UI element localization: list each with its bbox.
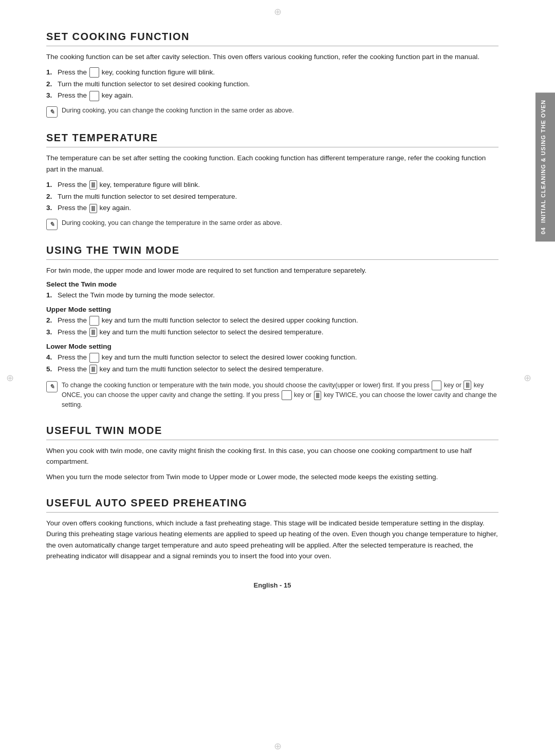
twin-note-text: To change the cooking function or temper… bbox=[62, 381, 498, 410]
key-icon-note1 bbox=[432, 381, 441, 390]
useful-twin-para1: When you cook with twin mode, one cavity… bbox=[46, 445, 498, 467]
page-container: ⊕ ⊕ ⊕ 04 INITIAL CLEANING & USING THE OV… bbox=[0, 0, 555, 756]
temperature-step-3: 3. Press the ||| key again. bbox=[46, 202, 498, 214]
section-title-auto-speed: USEFUL AUTO SPEED PREHEATING bbox=[46, 497, 498, 513]
reg-mark-top: ⊕ bbox=[274, 6, 282, 17]
upper-mode-steps: 2. Press the key and turn the multi func… bbox=[46, 315, 498, 338]
side-tab: 04 INITIAL CLEANING & USING THE OVEN bbox=[535, 92, 555, 241]
section-twin-mode: USING THE TWIN MODE For twin mode, the u… bbox=[46, 244, 498, 410]
lower-mode-steps: 4. Press the key and turn the multi func… bbox=[46, 352, 498, 375]
section-set-cooking-function: SET COOKING FUNCTION The cooking functio… bbox=[46, 31, 498, 118]
key-icon-temp1: ||| bbox=[89, 180, 97, 190]
twin-intro: For twin mode, the upper mode and lower … bbox=[46, 265, 498, 276]
useful-twin-para2: When you turn the mode selector from Twi… bbox=[46, 471, 498, 483]
key-icon-upper1 bbox=[89, 316, 99, 326]
temperature-step-1: 1. Press the ||| key, temperature figure… bbox=[46, 179, 498, 191]
key-icon-lower2: ||| bbox=[89, 365, 97, 374]
select-twin-step-1: 1. Select the Twin mode by turning the m… bbox=[46, 290, 498, 301]
temperature-note-text: During cooking, you can change the tempe… bbox=[62, 218, 282, 228]
key-icon-square2 bbox=[89, 91, 99, 101]
side-tab-label: 04 INITIAL CLEANING & USING THE OVEN bbox=[535, 92, 555, 241]
sub-heading-upper-mode: Upper Mode setting bbox=[46, 306, 498, 313]
lower-mode-step-5: 5. Press the ||| key and turn the multi … bbox=[46, 364, 498, 375]
cooking-note-text: During cooking, you can change the cooki… bbox=[62, 106, 294, 116]
key-icon-lower1 bbox=[89, 353, 99, 363]
cooking-step-2: 2. Turn the multi function selector to s… bbox=[46, 79, 498, 90]
reg-mark-left: ⊕ bbox=[6, 372, 14, 384]
main-content: SET COOKING FUNCTION The cooking functio… bbox=[0, 0, 534, 756]
note-icon-twin: ✎ bbox=[46, 381, 58, 392]
key-icon-note4: ||| bbox=[314, 391, 322, 400]
temperature-step-2: 2. Turn the multi function selector to s… bbox=[46, 191, 498, 203]
note-icon-cooking: ✎ bbox=[46, 106, 58, 118]
lower-mode-step-4: 4. Press the key and turn the multi func… bbox=[46, 352, 498, 364]
sub-heading-select-twin: Select the Twin mode bbox=[46, 280, 498, 288]
page-footer: English - 15 bbox=[46, 576, 498, 599]
sub-heading-lower-mode: Lower Mode setting bbox=[46, 343, 498, 350]
cooking-note: ✎ During cooking, you can change the coo… bbox=[46, 106, 498, 118]
cooking-steps: 1. Press the key, cooking function figur… bbox=[46, 67, 498, 102]
temperature-intro: The temperature can be set after setting… bbox=[46, 153, 498, 175]
section-auto-speed: USEFUL AUTO SPEED PREHEATING Your oven o… bbox=[46, 497, 498, 562]
upper-mode-step-3: 3. Press the ||| key and turn the multi … bbox=[46, 327, 498, 338]
key-icon-square bbox=[89, 67, 99, 77]
cooking-step-3: 3. Press the key again. bbox=[46, 90, 498, 102]
section-set-temperature: SET TEMPERATURE The temperature can be s… bbox=[46, 132, 498, 230]
key-icon-temp2: ||| bbox=[89, 204, 97, 213]
reg-mark-right: ⊕ bbox=[524, 372, 531, 384]
temperature-note: ✎ During cooking, you can change the tem… bbox=[46, 218, 498, 230]
page-number: English - 15 bbox=[254, 581, 291, 589]
section-title-temperature: SET TEMPERATURE bbox=[46, 132, 498, 147]
section-title-twin: USING THE TWIN MODE bbox=[46, 244, 498, 260]
section-title-useful-twin: USEFUL TWIN MODE bbox=[46, 425, 498, 440]
key-icon-note3 bbox=[282, 390, 291, 400]
cooking-step-1: 1. Press the key, cooking function figur… bbox=[46, 67, 498, 79]
upper-mode-step-2: 2. Press the key and turn the multi func… bbox=[46, 315, 498, 327]
section-title-cooking: SET COOKING FUNCTION bbox=[46, 31, 498, 46]
auto-speed-para: Your oven offers cooking functions, whic… bbox=[46, 518, 498, 562]
key-icon-note2: ||| bbox=[464, 381, 471, 390]
cooking-intro: The cooking function can be set after ca… bbox=[46, 51, 498, 63]
temperature-steps: 1. Press the ||| key, temperature figure… bbox=[46, 179, 498, 215]
key-icon-upper2: ||| bbox=[89, 328, 97, 337]
note-icon-temperature: ✎ bbox=[46, 219, 58, 230]
select-twin-steps: 1. Select the Twin mode by turning the m… bbox=[46, 290, 498, 301]
section-useful-twin: USEFUL TWIN MODE When you cook with twin… bbox=[46, 425, 498, 483]
twin-note: ✎ To change the cooking function or temp… bbox=[46, 381, 498, 410]
